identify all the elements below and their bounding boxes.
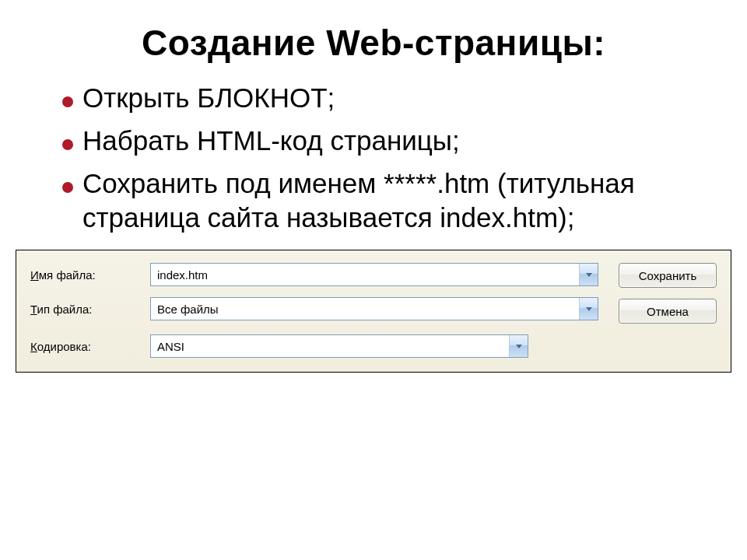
bullet-list: Открыть БЛОКНОТ; Набрать HTML-код страни…	[16, 73, 731, 243]
bullet-icon	[62, 96, 73, 107]
list-item: Сохранить под именем *****.htm (титульна…	[62, 166, 716, 236]
save-button[interactable]: Сохранить	[619, 263, 717, 288]
filetype-dropdown-button[interactable]	[579, 298, 598, 320]
save-dialog: Имя файла: Тип файла:	[16, 250, 731, 373]
bullet-icon	[62, 139, 73, 150]
filename-label: Имя файла:	[30, 268, 139, 282]
filename-combobox[interactable]	[150, 263, 598, 286]
list-item: Набрать HTML-код страницы;	[62, 124, 716, 159]
chevron-down-icon	[586, 273, 592, 277]
encoding-combobox[interactable]	[150, 334, 528, 358]
bullet-text: Открыть БЛОКНОТ;	[82, 81, 335, 116]
chevron-down-icon	[516, 345, 522, 348]
filename-row: Имя файла:	[30, 263, 598, 286]
list-item: Открыть БЛОКНОТ;	[62, 81, 716, 116]
bullet-text: Сохранить под именем *****.htm (титульна…	[82, 166, 716, 236]
encoding-label: Кодировка:	[30, 340, 139, 353]
filetype-input[interactable]	[151, 298, 579, 320]
filetype-row: Тип файла:	[30, 297, 598, 320]
filename-dropdown-button[interactable]	[579, 264, 598, 285]
filename-input[interactable]	[151, 264, 579, 285]
bullet-text: Набрать HTML-код страницы;	[82, 124, 460, 159]
filetype-combobox[interactable]	[150, 297, 598, 320]
dialog-buttons: Сохранить Отмена	[619, 263, 717, 324]
slide-title: Создание Web-страницы:	[16, 22, 731, 64]
encoding-row: Кодировка:	[30, 334, 528, 358]
encoding-input[interactable]	[151, 335, 509, 357]
filetype-label: Тип файла:	[30, 303, 139, 316]
cancel-button[interactable]: Отмена	[619, 299, 717, 324]
chevron-down-icon	[586, 307, 592, 311]
encoding-dropdown-button[interactable]	[509, 335, 528, 357]
bullet-icon	[62, 182, 73, 193]
